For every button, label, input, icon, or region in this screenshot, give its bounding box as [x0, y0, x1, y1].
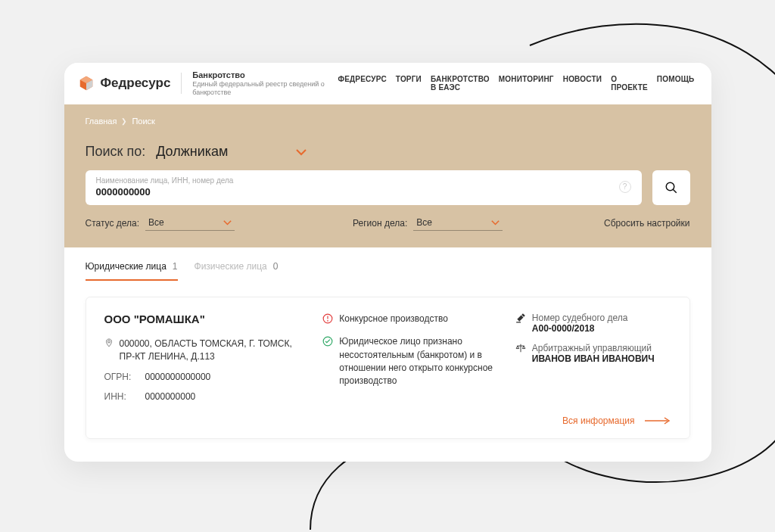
brand-name: Федресурс [101, 76, 171, 91]
case-number: А00-0000/2018 [532, 323, 595, 334]
more-info-link[interactable]: Вся информация [104, 415, 671, 426]
search-input-label: Наименование лица, ИНН, номер дела [96, 176, 619, 185]
status-text: Юридическое лицо признано несостоятельны… [339, 335, 496, 388]
search-button[interactable] [652, 170, 690, 205]
svg-point-3 [666, 182, 674, 191]
region-label: Регион дела: [353, 218, 407, 229]
search-input-wrapper[interactable]: Наименование лица, ИНН, номер дела ? [86, 170, 642, 205]
tab-person-label: Физические лица [195, 261, 267, 273]
arrow-right-icon [645, 417, 671, 425]
inn-value: 0000000000 [145, 391, 196, 402]
ogrn-value: 0000000000000 [145, 372, 211, 382]
top-nav: ФЕДРЕСУРС ТОРГИ БАНКРОТСТВО В ЕАЭС МОНИТ… [338, 75, 694, 92]
search-category-value: Должникам [156, 144, 228, 160]
search-row: Наименование лица, ИНН, номер дела ? [86, 170, 690, 205]
brand-subtitle: Банкротство Единый федеральный реестр св… [192, 70, 338, 97]
breadcrumb-home[interactable]: Главная [86, 117, 117, 126]
region-value: Все [416, 217, 432, 228]
nav-help[interactable]: ПОМОЩЬ [657, 75, 695, 92]
inn-row: ИНН: 0000000000 [104, 391, 303, 402]
company-address: 000000, ОБЛАСТЬ ТОМСКАЯ, Г. ТОМСК, ПР-КТ… [104, 338, 303, 363]
search-category-dropdown[interactable]: Должникам [156, 144, 307, 160]
result-card[interactable]: ООО "РОМАШКА" 000000, ОБЛАСТЬ ТОМСКАЯ, Г… [86, 297, 690, 440]
search-icon [665, 181, 678, 194]
case-label: Номер судебного дела [532, 313, 628, 323]
address-text: 000000, ОБЛАСТЬ ТОМСКАЯ, Г. ТОМСК, ПР-КТ… [120, 338, 294, 363]
nav-bankrotstvo-eaes[interactable]: БАНКРОТСТВО В ЕАЭС [431, 75, 490, 92]
check-icon [322, 336, 333, 388]
status-dropdown[interactable]: Все [145, 216, 235, 231]
tab-person[interactable]: Физические лица 0 [195, 261, 279, 281]
search-title: Поиск по: Должникам [86, 144, 690, 160]
breadcrumb: Главная ❯ Поиск [86, 117, 690, 126]
reset-filters[interactable]: Сбросить настройки [604, 218, 689, 229]
scales-icon [515, 343, 526, 364]
pin-icon [104, 338, 114, 363]
chevron-down-icon [223, 218, 232, 227]
stage-text: Конкурсное производство [339, 313, 448, 328]
chevron-down-icon [491, 218, 500, 227]
breadcrumb-current: Поиск [132, 117, 154, 126]
logo-icon [78, 75, 95, 92]
result-tabs: Юридические лица 1 Физические лица 0 [64, 247, 711, 282]
search-category-label: Поиск по: [86, 144, 146, 160]
divider [181, 73, 182, 94]
nav-news[interactable]: НОВОСТИ [563, 75, 602, 92]
tab-legal[interactable]: Юридические лица 1 [86, 261, 178, 281]
more-info-label: Вся информация [562, 415, 634, 426]
svg-point-7 [327, 320, 328, 322]
nav-monitoring[interactable]: МОНИТОРИНГ [499, 75, 554, 92]
ogrn-label: ОГРН: [104, 372, 138, 382]
manager-name: ИВАНОВ ИВАН ИВАНОВИЧ [532, 353, 655, 364]
header: Федресурс Банкротство Единый федеральный… [64, 63, 711, 104]
filters: Статус дела: Все Регион дела: Все Сброси… [86, 216, 690, 231]
tab-person-count: 0 [273, 261, 279, 273]
help-icon[interactable]: ? [619, 181, 631, 193]
sub-desc: Единый федеральный реестр сведений о бан… [192, 80, 338, 97]
ogrn-row: ОГРН: 0000000000000 [104, 372, 303, 382]
region-dropdown[interactable]: Все [413, 216, 503, 231]
alert-icon [322, 313, 333, 328]
nav-about[interactable]: О ПРОЕКТЕ [611, 75, 648, 92]
gavel-icon [515, 313, 526, 334]
brand[interactable]: Федресурс [78, 75, 171, 92]
status-label: Статус дела: [86, 218, 140, 229]
chevron-right-icon: ❯ [121, 117, 127, 125]
tab-legal-count: 1 [173, 261, 178, 272]
chevron-down-icon [296, 144, 307, 160]
sub-title: Банкротство [192, 70, 338, 80]
tab-legal-label: Юридические лица [86, 261, 167, 272]
search-input[interactable] [96, 186, 619, 198]
status-value: Все [148, 217, 164, 228]
app-window: Федресурс Банкротство Единый федеральный… [64, 63, 711, 462]
company-name: ООО "РОМАШКА" [104, 313, 303, 325]
inn-label: ИНН: [104, 391, 138, 402]
status-column: Конкурсное производство Юридическое лицо… [322, 313, 496, 403]
case-column: Номер судебного дела А00-0000/2018 Арбит… [515, 313, 671, 403]
search-panel: Главная ❯ Поиск Поиск по: Должникам Наим… [64, 104, 711, 247]
svg-line-4 [673, 189, 677, 193]
nav-fedresurs[interactable]: ФЕДРЕСУРС [338, 75, 386, 92]
manager-label: Арбитражный управляющий [532, 343, 652, 353]
nav-torgi[interactable]: ТОРГИ [396, 75, 422, 92]
